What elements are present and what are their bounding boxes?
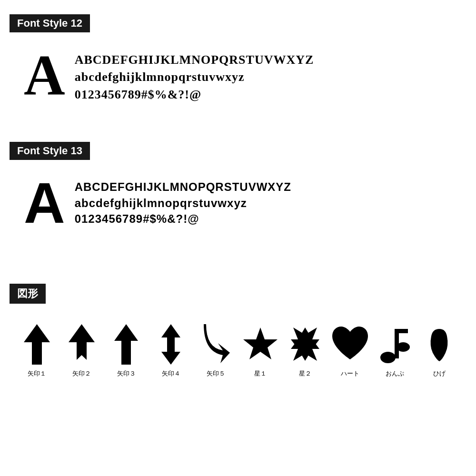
shapes-grid: 矢印１ 矢印２ 矢印３ [10,313,466,378]
svg-marker-0 [24,324,50,365]
font-style-13-section: Font Style 13 A ABCDEFGHIJKLMNOPQRSTUVWX… [10,142,466,241]
hoshi1-label: 星１ [254,369,267,378]
shape-heart: ハート [327,323,372,378]
hoshi1-icon [241,323,279,366]
shapes-section: 図形 矢印１ 矢印２ [10,284,466,378]
font-style-12-lowercase: abcdefghijklmnopqrstuvwxyz [75,69,314,86]
svg-marker-3 [161,324,180,365]
font-style-13-demo: A ABCDEFGHIJKLMNOPQRSTUVWXYZ abcdefghijk… [10,169,466,241]
font-style-12-demo: A ABCDEFGHIJKLMNOPQRSTUVWXYZ abcdefghijk… [10,42,466,113]
shape-yajirushi5: 矢印５ [193,323,238,378]
page-container: Font Style 12 A ABCDEFGHIJKLMNOPQRSTUVWX… [0,0,476,392]
onpu-icon [379,323,410,366]
font-style-12-section: Font Style 12 A ABCDEFGHIJKLMNOPQRSTUVWX… [10,14,466,113]
font-style-13-lowercase: abcdefghijklmnopqrstuvwxyz [75,195,291,211]
yajirushi2-icon [69,323,95,366]
shape-yajirushi1: 矢印１ [14,323,59,378]
yajirushi2-label: 矢印２ [72,369,91,378]
hoshi2-icon [286,323,324,366]
shape-yajirushi2: 矢印２ [59,323,104,378]
font-style-12-uppercase: ABCDEFGHIJKLMNOPQRSTUVWXYZ [75,51,314,69]
shape-yajirushi3: 矢印３ [104,323,149,378]
hige-icon [429,323,450,366]
yajirushi1-icon [24,323,50,366]
font-style-13-numbers: 0123456789#$%&?!@ [75,211,291,227]
font-style-13-big-letter: A [24,174,65,231]
font-style-12-header: Font Style 12 [10,14,90,32]
hoshi2-label: 星２ [299,369,311,378]
font-style-13-uppercase: ABCDEFGHIJKLMNOPQRSTUVWXYZ [75,179,291,195]
svg-marker-4 [243,327,278,359]
shape-hoshi1: 星１ [238,323,283,378]
heart-label: ハート [341,369,359,378]
heart-icon [330,323,370,366]
svg-point-9 [397,342,410,352]
font-style-12-big-letter: A [24,47,65,104]
font-style-13-header: Font Style 13 [10,142,90,160]
svg-point-7 [380,352,396,363]
font-style-12-alphabet: ABCDEFGHIJKLMNOPQRSTUVWXYZ abcdefghijklm… [75,47,314,103]
shape-yajirushi4: 矢印４ [149,323,193,378]
shape-hige: ひげ [417,323,462,378]
svg-marker-1 [69,324,95,360]
yajirushi4-label: 矢印４ [162,369,180,378]
hige-label: ひげ [433,369,446,378]
yajirushi3-label: 矢印３ [117,369,136,378]
yajirushi3-icon [114,323,138,366]
yajirushi5-icon [201,323,230,366]
shape-onpu: おんぷ [372,323,417,378]
yajirushi1-label: 矢印１ [28,369,46,378]
font-style-12-numbers: 0123456789#$%&?!@ [75,86,314,103]
svg-marker-2 [114,324,138,365]
svg-rect-8 [395,329,399,358]
yajirushi4-icon [161,323,180,366]
svg-rect-10 [395,329,408,333]
yajirushi5-label: 矢印５ [207,369,225,378]
shapes-header: 図形 [10,284,46,304]
onpu-label: おんぷ [386,369,404,378]
shape-hoshi2: 星２ [283,323,327,378]
font-style-13-alphabet: ABCDEFGHIJKLMNOPQRSTUVWXYZ abcdefghijklm… [75,174,291,227]
